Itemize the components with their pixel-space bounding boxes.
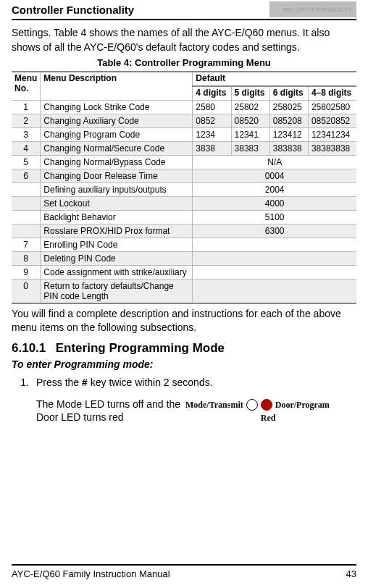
cell-default-value: 12341: [231, 127, 269, 141]
cell-menu-description: Changing Lock Strike Code: [41, 100, 193, 114]
footer-left: AYC-E/Q60 Family Instruction Manual: [12, 568, 170, 579]
cell-default-span: [193, 279, 356, 303]
step-post: key twice within 2 seconds.: [88, 377, 213, 388]
table-caption: Table 4: Controller Programming Menu: [12, 57, 356, 68]
cell-default-span: [193, 251, 356, 265]
cell-menu-no: 2: [12, 114, 41, 127]
th-6digits: 6 digits: [269, 86, 308, 100]
table-row: Set Lockout4000: [12, 196, 356, 210]
cell-menu-description: Backlight Behavior: [41, 210, 193, 224]
procedure-heading: To enter Programming mode:: [12, 358, 356, 370]
cell-default-span: 4000: [193, 196, 356, 210]
cell-menu-no: 3: [12, 127, 41, 141]
led-red-label: Red: [261, 412, 330, 424]
th-default: Default: [193, 72, 356, 86]
cell-menu-description: Changing Program Code: [41, 127, 193, 141]
table-row: 3Changing Program Code123412341123412123…: [12, 127, 356, 141]
cell-default-span: 6300: [193, 224, 356, 238]
cell-default-value: 3838: [193, 141, 231, 155]
cell-menu-description: Changing Normal/Bypass Code: [41, 155, 193, 169]
cell-menu-description: Return to factory defaults/Change PIN co…: [41, 279, 193, 303]
table-row: 7Enrolling PIN Code: [12, 238, 356, 251]
cell-default-span: 5100: [193, 210, 356, 224]
cell-menu-description: Changing Door Release Time: [41, 169, 193, 182]
cell-default-span: N/A: [193, 155, 356, 169]
cell-default-value: 1234: [193, 127, 231, 141]
table-row: 4Changing Normal/Secure Code383838383383…: [12, 141, 356, 155]
mode-result-text: The Mode LED turns off and the Door LED …: [12, 398, 185, 425]
table-row: 2Changing Auxiliary Code0852085200852080…: [12, 114, 356, 127]
cell-default-span: 2004: [193, 182, 356, 196]
page-footer: AYC-E/Q60 Family Instruction Manual 43: [12, 564, 356, 579]
cell-default-value: 38383838: [308, 141, 356, 155]
table-row: Backlight Behavior5100: [12, 210, 356, 224]
cell-menu-no: [12, 196, 41, 210]
led-indicator-block: Mode/Transmit Door/Program Red: [185, 398, 356, 424]
chapter-title: Controller Functionality: [12, 4, 134, 16]
table-row: 6Changing Door Release Time0004: [12, 169, 356, 182]
mode-transmit-label: Mode/Transmit: [185, 399, 243, 411]
cell-menu-no: [12, 210, 41, 224]
cell-default-span: [193, 265, 356, 279]
th-5digits: 5 digits: [231, 86, 269, 100]
door-led-icon: [261, 399, 272, 411]
th-4digits: 4 digits: [193, 86, 231, 100]
cell-default-value: 123412: [269, 127, 308, 141]
th-menu-no: Menu No.: [12, 72, 41, 100]
header-divider: [12, 19, 356, 20]
brand-logo: SECURITY PRODUCTS: [269, 1, 356, 17]
section-title: Entering Programming Mode: [56, 341, 225, 355]
cell-menu-no: 7: [12, 238, 41, 251]
table-row: 9Code assignment with strike/auxiliary: [12, 265, 356, 279]
cell-default-span: 0004: [193, 169, 356, 182]
cell-menu-description: Rosslare PROX/HID Prox format: [41, 224, 193, 238]
cell-menu-no: 8: [12, 251, 41, 265]
step-number: 1.: [12, 376, 36, 390]
table-row: 1Changing Lock Strike Code25802580225802…: [12, 100, 356, 114]
cell-default-span: [193, 238, 356, 251]
step-key: #: [82, 377, 88, 388]
programming-menu-table: Menu No. Menu Description Default 4 digi…: [12, 71, 356, 304]
cell-menu-description: Set Lockout: [41, 196, 193, 210]
table-row: 0Return to factory defaults/Change PIN c…: [12, 279, 356, 303]
section-heading: 6.10.1 Entering Programming Mode: [12, 341, 356, 356]
cell-default-value: 08520: [231, 114, 269, 127]
table-row: 5Changing Normal/Bypass CodeN/A: [12, 155, 356, 169]
cell-menu-no: 0: [12, 279, 41, 303]
footer-page-number: 43: [346, 568, 356, 579]
step-text: Press the # key twice within 2 seconds.: [36, 376, 356, 390]
cell-menu-no: 5: [12, 155, 41, 169]
cell-default-value: 25802: [231, 100, 269, 114]
cell-menu-no: 6: [12, 169, 41, 182]
cell-menu-description: Changing Normal/Secure Code: [41, 141, 193, 155]
table-row: Rosslare PROX/HID Prox format6300: [12, 224, 356, 238]
cell-default-value: 2580: [193, 100, 231, 114]
cell-menu-no: 9: [12, 265, 41, 279]
cell-default-value: 258025: [269, 100, 308, 114]
cell-menu-no: 4: [12, 141, 41, 155]
cell-default-value: 085208: [269, 114, 308, 127]
mode-result-row: The Mode LED turns off and the Door LED …: [12, 398, 356, 425]
cell-default-value: 0852: [193, 114, 231, 127]
cell-menu-description: Changing Auxiliary Code: [41, 114, 193, 127]
step-1: 1. Press the # key twice within 2 second…: [12, 376, 356, 390]
intro-paragraph: Settings. Table 4 shows the names of all…: [12, 26, 356, 54]
cell-menu-description: Defining auxiliary inputs/outputs: [41, 182, 193, 196]
cell-menu-no: [12, 182, 41, 196]
cell-default-value: 12341234: [308, 127, 356, 141]
cell-default-value: 38383: [231, 141, 269, 155]
step-pre: Press the: [36, 377, 82, 388]
mode-led-icon: [246, 399, 258, 411]
cell-menu-description: Code assignment with strike/auxiliary: [41, 265, 193, 279]
door-program-label: Door/Program: [275, 399, 330, 411]
cell-menu-description: Enrolling PIN Code: [41, 238, 193, 251]
cell-menu-no: 1: [12, 100, 41, 114]
cell-default-value: 383838: [269, 141, 308, 155]
th-menu-description: Menu Description: [41, 72, 193, 100]
th-48digits: 4–8 digits: [308, 86, 356, 100]
cell-default-value: 08520852: [308, 114, 356, 127]
table-row: 8Deleting PIN Code: [12, 251, 356, 265]
followup-paragraph: You will find a complete description and…: [12, 307, 356, 335]
logo-text: SECURITY PRODUCTS: [283, 7, 352, 13]
section-number: 6.10.1: [12, 341, 52, 356]
